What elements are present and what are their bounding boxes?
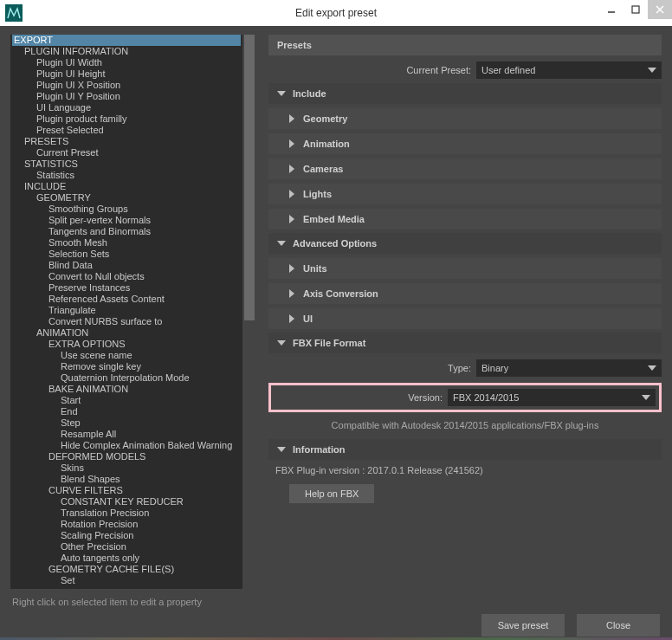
tree-item[interactable]: Plugin product familly xyxy=(12,113,241,125)
type-select[interactable]: Binary xyxy=(476,359,662,377)
tree-item[interactable]: Plugin UI Width xyxy=(12,57,241,68)
tree-item[interactable]: Hide Complex Animation Baked Warning xyxy=(12,440,241,451)
tree-item[interactable]: Plugin UI X Position xyxy=(12,80,241,91)
tree-item[interactable]: Resample All xyxy=(12,429,241,440)
tree-scrollbar[interactable] xyxy=(242,35,256,589)
embed-media-row[interactable]: Embed Media xyxy=(268,209,662,229)
tree-item[interactable]: Convert NURBS surface to xyxy=(12,316,241,327)
tree-item[interactable]: CONSTANT KEY REDUCER xyxy=(12,496,241,507)
chevron-right-icon xyxy=(289,165,294,173)
tree-item[interactable]: Referenced Assets Content xyxy=(12,294,241,305)
tree-item[interactable]: Statistics xyxy=(12,170,241,181)
presets-label: Presets xyxy=(277,40,312,50)
save-preset-button[interactable]: Save preset xyxy=(481,614,565,637)
tree-item[interactable]: GEOMETRY CACHE FILE(S) xyxy=(12,564,241,575)
lights-row[interactable]: Lights xyxy=(268,184,662,204)
presets-header[interactable]: Presets xyxy=(268,35,662,55)
chevron-down-icon xyxy=(648,68,656,73)
tree-item[interactable]: Preset Selected xyxy=(12,125,241,136)
close-button[interactable] xyxy=(648,0,672,19)
tree-item[interactable]: EXTRA OPTIONS xyxy=(12,339,241,350)
version-value: FBX 2014/2015 xyxy=(453,392,519,403)
version-select[interactable]: FBX 2014/2015 xyxy=(448,389,656,406)
tree-item[interactable]: Step xyxy=(12,417,241,429)
tree-item[interactable]: Triangulate xyxy=(12,305,241,316)
include-header[interactable]: Include xyxy=(268,83,662,104)
tree-item[interactable]: EXPORT xyxy=(12,35,241,46)
svg-rect-2 xyxy=(632,6,639,13)
maximize-button[interactable] xyxy=(624,0,648,19)
tree-panel: EXPORTPLUGIN INFORMATIONPlugin UI WidthP… xyxy=(10,35,256,589)
tree-item[interactable]: Rotation Precision xyxy=(12,519,241,530)
tree-item[interactable]: Other Precision xyxy=(12,541,241,553)
tree-item[interactable]: Blind Data xyxy=(12,260,241,271)
tree-item[interactable]: Remove single key xyxy=(12,361,241,372)
tree-item[interactable]: Convert to Null objects xyxy=(12,271,241,282)
tree-item[interactable]: Start xyxy=(12,395,241,406)
cameras-row[interactable]: Cameras xyxy=(268,158,662,179)
advanced-header[interactable]: Advanced Options xyxy=(268,233,662,254)
footer: Right click on selected item to edit a p… xyxy=(0,592,672,640)
tree-item[interactable]: End xyxy=(12,406,241,417)
tree-item[interactable]: Split per-vertex Normals xyxy=(12,215,241,226)
chevron-down-icon xyxy=(277,241,286,246)
tree-item[interactable]: Smoothing Groups xyxy=(12,204,241,215)
fbx-format-header[interactable]: FBX File Format xyxy=(268,333,662,353)
settings-panel: Presets Current Preset: User defined Inc… xyxy=(268,35,662,579)
tree-item[interactable]: Scaling Precision xyxy=(12,530,241,541)
tree-item[interactable]: Use scene name xyxy=(12,350,241,361)
tree-item[interactable]: CURVE FILTERS xyxy=(12,485,241,496)
chevron-down-icon xyxy=(642,395,650,400)
tree-item[interactable]: PRESETS xyxy=(12,136,241,147)
ui-row[interactable]: UI xyxy=(268,308,662,329)
tree-item[interactable]: STATISTICS xyxy=(12,158,241,170)
axis-conversion-row[interactable]: Axis Conversion xyxy=(268,283,662,304)
tree-item[interactable]: INCLUDE xyxy=(12,181,241,192)
title-bar: Edit export preset xyxy=(0,0,672,26)
tree-item[interactable]: Tangents and Binormals xyxy=(12,226,241,237)
animation-row[interactable]: Animation xyxy=(268,133,662,154)
advanced-label: Advanced Options xyxy=(293,238,377,249)
current-preset-select[interactable]: User defined xyxy=(476,61,662,79)
tree-item[interactable]: GEOMETRY xyxy=(12,192,241,204)
information-header[interactable]: Information xyxy=(268,439,662,460)
tree-item[interactable]: Preserve Instances xyxy=(12,282,241,294)
property-tree[interactable]: EXPORTPLUGIN INFORMATIONPlugin UI WidthP… xyxy=(10,35,242,586)
type-value: Binary xyxy=(481,363,508,373)
tree-item[interactable]: DEFORMED MODELS xyxy=(12,451,241,462)
tree-item[interactable]: Smooth Mesh xyxy=(12,237,241,249)
tree-item[interactable]: Auto tangents only xyxy=(12,553,241,564)
tree-item[interactable]: Skins xyxy=(12,462,241,474)
units-row[interactable]: Units xyxy=(268,258,662,279)
chevron-down-icon xyxy=(648,365,656,371)
close-dialog-button[interactable]: Close xyxy=(577,614,660,637)
tree-item[interactable]: Quaternion Interpolation Mode xyxy=(12,372,241,384)
tree-item[interactable]: Current Preset xyxy=(12,147,241,158)
current-preset-label: Current Preset: xyxy=(268,65,476,75)
tree-item[interactable]: ANIMATION xyxy=(12,327,241,339)
tree-item[interactable]: Selection Sets xyxy=(12,249,241,260)
window-controls xyxy=(599,0,672,19)
tree-item[interactable]: Set xyxy=(12,575,241,586)
tree-item[interactable]: Translation Precision xyxy=(12,507,241,519)
help-on-fbx-button[interactable]: Help on FBX xyxy=(289,484,374,503)
tree-item[interactable]: Plugin UI Height xyxy=(12,68,241,80)
geometry-row[interactable]: Geometry xyxy=(268,108,662,129)
chevron-right-icon xyxy=(289,139,294,148)
chevron-right-icon xyxy=(289,215,294,223)
scrollbar-thumb[interactable] xyxy=(244,35,255,320)
chevron-down-icon xyxy=(277,447,286,452)
tree-item[interactable]: BAKE ANIMATION xyxy=(12,384,241,395)
fbx-format-label: FBX File Format xyxy=(293,338,365,348)
chevron-down-icon xyxy=(277,91,286,96)
type-label: Type: xyxy=(268,363,476,373)
chevron-right-icon xyxy=(289,289,294,298)
minimize-button[interactable] xyxy=(599,0,624,19)
tree-item[interactable]: PLUGIN INFORMATION xyxy=(12,46,241,57)
type-row: Type: Binary xyxy=(268,359,662,378)
main-area: EXPORTPLUGIN INFORMATIONPlugin UI WidthP… xyxy=(0,26,672,588)
current-preset-row: Current Preset: User defined xyxy=(268,61,662,80)
tree-item[interactable]: UI Language xyxy=(12,102,241,113)
tree-item[interactable]: Plugin UI Y Position xyxy=(12,91,241,102)
tree-item[interactable]: Blend Shapes xyxy=(12,474,241,485)
